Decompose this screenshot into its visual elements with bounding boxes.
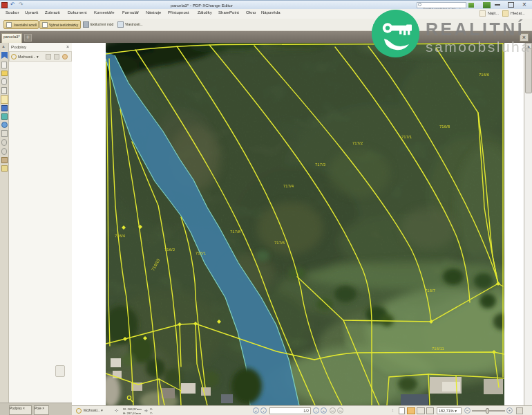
svg-text:717/3: 717/3 — [315, 163, 326, 167]
svg-text:716/6: 716/6 — [479, 73, 490, 77]
svg-text:716/8: 716/8 — [439, 124, 450, 129]
svg-text:717/6: 717/6 — [274, 241, 285, 245]
svg-text:716/7: 716/7 — [425, 288, 436, 293]
svg-text:716/2: 716/2 — [164, 248, 175, 252]
svg-text:717/1: 717/1 — [401, 135, 412, 139]
svg-text:716/1: 716/1 — [196, 251, 207, 255]
svg-text:717/2: 717/2 — [352, 141, 363, 145]
svg-text:716/4: 716/4 — [115, 234, 126, 238]
svg-text:716/11: 716/11 — [432, 347, 445, 351]
svg-text:717/8: 717/8 — [230, 230, 241, 234]
svg-text:717/4: 717/4 — [283, 184, 294, 188]
